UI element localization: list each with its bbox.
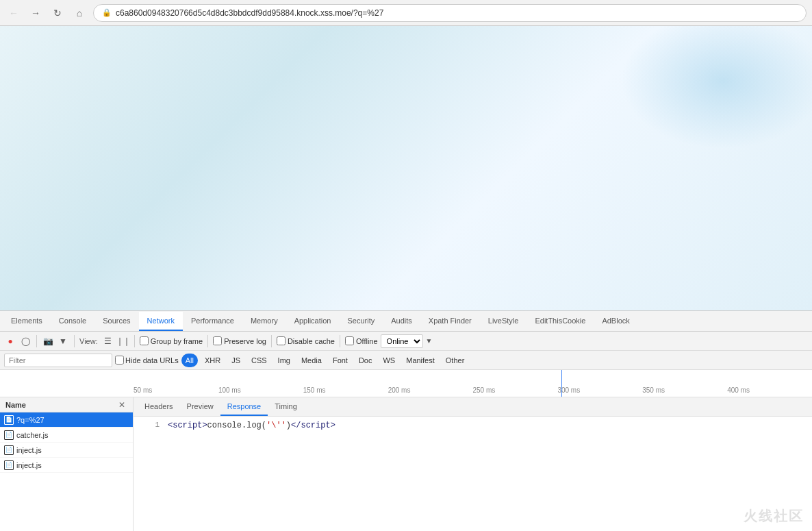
tab-adblock[interactable]: AdBlock xyxy=(594,312,637,331)
code-string: '\'' xyxy=(266,421,286,430)
screenshot-button[interactable]: 📷 xyxy=(42,335,54,347)
separator xyxy=(36,335,37,347)
timeline-bar: 50 ms 100 ms 150 ms 200 ms 250 ms 300 ms… xyxy=(0,370,812,397)
hide-data-urls-group: Hide data URLs xyxy=(115,356,179,365)
tab-audits[interactable]: Audits xyxy=(383,312,420,331)
offline-group: Offline xyxy=(345,336,378,345)
offline-checkbox[interactable] xyxy=(345,336,354,345)
disable-cache-label[interactable]: Disable cache xyxy=(288,337,335,345)
resp-tab-preview[interactable]: Preview xyxy=(180,398,220,416)
tab-security[interactable]: Security xyxy=(339,312,383,331)
file-name-0: ?q=%27 xyxy=(16,416,45,424)
tab-sources[interactable]: Sources xyxy=(94,312,138,331)
resp-tab-headers[interactable]: Headers xyxy=(138,398,180,416)
file-list: Name ✕ 📄 ?q=%27 📄 catcher.js 📄 inject.js… xyxy=(0,397,134,531)
code-js: console.log( xyxy=(207,421,266,430)
separator2 xyxy=(74,335,75,347)
filter-media-button[interactable]: Media xyxy=(297,354,326,367)
tab-console[interactable]: Console xyxy=(51,312,94,331)
code-js-close: ) xyxy=(286,421,291,430)
group-by-frame-checkbox[interactable] xyxy=(140,336,149,345)
tab-performance[interactable]: Performance xyxy=(183,312,242,331)
tab-xpath-finder[interactable]: Xpath Finder xyxy=(420,312,480,331)
detail-view-button[interactable]: ❘❘ xyxy=(117,335,129,347)
tab-elements[interactable]: Elements xyxy=(3,312,51,331)
filter-ws-button[interactable]: WS xyxy=(379,354,399,367)
tl-400ms: 400 ms xyxy=(727,386,812,394)
list-view-button[interactable]: ☰ xyxy=(102,335,114,347)
file-name-3: inject.js xyxy=(16,461,42,469)
filter-other-button[interactable]: Other xyxy=(442,354,469,367)
code-content-1: <script>console.log('\'')</script> xyxy=(168,421,335,430)
tl-300ms: 300 ms xyxy=(557,386,642,394)
file-name-2: inject.js xyxy=(16,446,42,454)
timeline-cursor xyxy=(561,370,562,397)
filter-xhr-button[interactable]: XHR xyxy=(201,354,225,367)
tab-memory[interactable]: Memory xyxy=(242,312,286,331)
resp-tab-timing[interactable]: Timing xyxy=(268,398,304,416)
filter-font-button[interactable]: Font xyxy=(329,354,352,367)
network-toolbar: ● ◯ 📷 ▼ View: ☰ ❘❘ Group by frame Preser… xyxy=(0,332,812,351)
file-icon-2: 📄 xyxy=(4,445,14,455)
file-row-1[interactable]: 📄 catcher.js xyxy=(0,428,133,443)
separator5 xyxy=(271,335,272,347)
preserve-log-checkbox[interactable] xyxy=(213,336,222,345)
back-button[interactable]: ← xyxy=(5,5,22,21)
script-open-tag: <script> xyxy=(168,421,207,430)
address-bar[interactable]: 🔒 c6a860d0948320766d5c4d8dc3bbdcdf9dd958… xyxy=(93,4,807,22)
response-panel: Headers Preview Response Timing 1 <scrip… xyxy=(134,397,812,531)
separator6 xyxy=(340,335,340,347)
tab-application[interactable]: Application xyxy=(286,312,340,331)
forward-button[interactable]: → xyxy=(27,5,44,21)
tl-50ms: 50 ms xyxy=(134,386,218,394)
tab-network[interactable]: Network xyxy=(139,312,183,331)
throttle-select[interactable]: Online xyxy=(381,334,423,348)
group-by-frame-label[interactable]: Group by frame xyxy=(151,337,203,345)
filter-all-button[interactable]: All xyxy=(181,354,198,367)
tab-editthiscookie[interactable]: EditThisCookie xyxy=(526,312,594,331)
tab-livestyle[interactable]: LiveStyle xyxy=(480,312,527,331)
file-row-0[interactable]: 📄 ?q=%27 xyxy=(0,412,133,428)
dropdown-arrow: ▼ xyxy=(426,337,433,345)
disable-cache-checkbox[interactable] xyxy=(277,336,286,345)
browser-toolbar: ← → ↻ ⌂ 🔒 c6a860d0948320766d5c4d8dc3bbdc… xyxy=(0,0,812,26)
hide-data-urls-checkbox[interactable] xyxy=(115,356,124,365)
filter-button[interactable]: ▼ xyxy=(57,335,69,347)
separator4 xyxy=(207,335,208,347)
close-panel-button[interactable]: ✕ xyxy=(116,399,127,410)
devtools-panel: Elements Console Sources Network Perform… xyxy=(0,310,812,531)
file-list-header: Name ✕ xyxy=(0,397,133,412)
filter-bar: Hide data URLs All XHR JS CSS Img Media … xyxy=(0,351,812,370)
script-close-tag: </script> xyxy=(291,421,335,430)
clear-button[interactable]: ◯ xyxy=(19,335,31,347)
group-by-frame-group: Group by frame xyxy=(140,336,203,345)
file-icon-3: 📄 xyxy=(4,460,14,470)
reload-button[interactable]: ↻ xyxy=(49,5,66,21)
response-content: 1 <script>console.log('\'')</script> xyxy=(134,417,812,531)
filter-doc-button[interactable]: Doc xyxy=(355,354,377,367)
file-row-3[interactable]: 📄 inject.js xyxy=(0,458,133,473)
resp-tab-response[interactable]: Response xyxy=(220,398,268,416)
filter-img-button[interactable]: Img xyxy=(274,354,294,367)
home-button[interactable]: ⌂ xyxy=(71,5,88,21)
network-table: Name ✕ 📄 ?q=%27 📄 catcher.js 📄 inject.js… xyxy=(0,397,812,531)
record-button[interactable]: ● xyxy=(4,335,16,347)
file-row-2[interactable]: 📄 inject.js xyxy=(0,443,133,458)
tl-200ms: 200 ms xyxy=(388,386,473,394)
disable-cache-group: Disable cache xyxy=(277,336,335,345)
timeline-labels: 50 ms 100 ms 150 ms 200 ms 250 ms 300 ms… xyxy=(0,386,812,394)
filter-js-button[interactable]: JS xyxy=(227,354,244,367)
page-content xyxy=(0,26,812,310)
filter-css-button[interactable]: CSS xyxy=(247,354,271,367)
response-tabs: Headers Preview Response Timing xyxy=(134,397,812,417)
preserve-log-label[interactable]: Preserve log xyxy=(224,337,266,345)
hide-data-urls-label[interactable]: Hide data URLs xyxy=(125,356,179,365)
lock-icon: 🔒 xyxy=(102,8,112,17)
filter-input[interactable] xyxy=(4,354,112,367)
tl-350ms: 350 ms xyxy=(642,386,727,394)
filter-manifest-button[interactable]: Manifest xyxy=(402,354,439,367)
offline-label[interactable]: Offline xyxy=(356,337,378,345)
file-icon-1: 📄 xyxy=(4,430,14,440)
tl-100ms: 100 ms xyxy=(218,386,303,394)
name-column-header: Name xyxy=(5,401,26,409)
